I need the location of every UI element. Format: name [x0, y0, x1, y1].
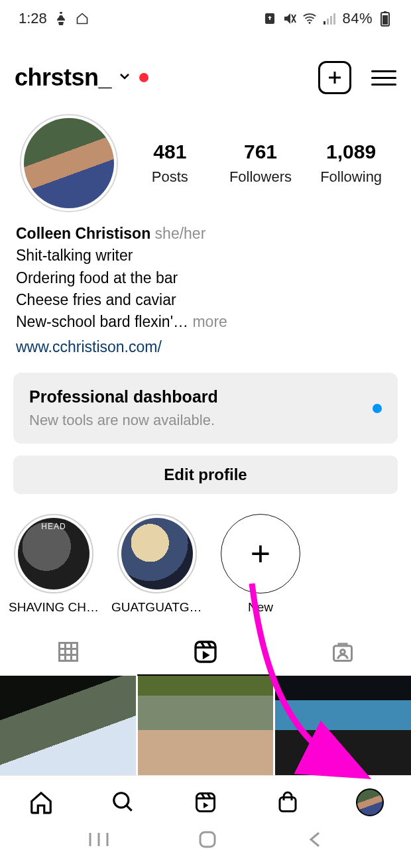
home-alert-icon: [75, 11, 89, 26]
story-highlights: SHAVING CH… GUATGUATGU… + New: [0, 494, 411, 629]
svg-point-1: [309, 22, 311, 24]
nav-reels[interactable]: [191, 788, 220, 817]
plus-icon: [325, 68, 344, 87]
svg-rect-2: [323, 21, 325, 25]
nav-recents[interactable]: [88, 830, 110, 851]
svg-rect-5: [333, 13, 335, 25]
pregnancy-icon: [54, 11, 68, 26]
stat-following-count: 1,089: [315, 141, 388, 163]
profile-tabs: [0, 629, 411, 676]
nav-home[interactable]: [27, 788, 56, 817]
reel-2[interactable]: [138, 676, 274, 775]
android-nav-bar: [0, 814, 411, 868]
svg-rect-8: [382, 15, 388, 25]
stat-posts[interactable]: 481 Posts: [133, 141, 206, 186]
mute-icon: [282, 11, 297, 26]
bio-line-4: New-school bard flexin'… more: [16, 311, 395, 333]
notification-dot: [139, 73, 148, 82]
shop-icon: [276, 790, 300, 814]
highlight-2-image: [121, 518, 193, 589]
bio-line-3: Cheese fries and caviar: [16, 289, 395, 311]
stat-following[interactable]: 1,089 Following: [315, 141, 388, 186]
reel-1[interactable]: [0, 676, 136, 775]
profile-bio: Colleen Christison she/her Shit-talking …: [0, 212, 411, 358]
username-switcher[interactable]: chrstsn_: [15, 64, 111, 92]
grid-icon: [56, 640, 80, 664]
stat-followers-label: Followers: [224, 168, 297, 186]
stat-followers-count: 761: [224, 141, 297, 163]
chevron-down-icon[interactable]: [117, 68, 133, 87]
svg-rect-14: [197, 793, 215, 811]
svg-rect-4: [330, 16, 332, 25]
home-icon: [29, 790, 54, 815]
reels-icon: [192, 639, 219, 665]
profile-summary: 481 Posts 761 Followers 1,089 Following: [0, 101, 411, 212]
stat-posts-label: Posts: [133, 168, 206, 186]
recycle-icon: [263, 11, 277, 26]
profile-header: chrstsn_: [0, 37, 411, 101]
bio-link[interactable]: www.cchristison.com/: [16, 336, 162, 358]
professional-dashboard-card[interactable]: Professional dashboard New tools are now…: [13, 373, 398, 444]
battery-icon: [378, 11, 392, 26]
highlight-1-label: SHAVING CH…: [9, 600, 99, 614]
pronouns-text: she/her: [155, 225, 206, 242]
reels-icon: [194, 790, 217, 814]
display-name: Colleen Christison: [16, 225, 150, 242]
android-status-bar: 1:28 84%: [0, 0, 411, 37]
bio-more-link[interactable]: more: [188, 313, 227, 330]
highlight-2-label: GUATGUATGU…: [111, 600, 203, 614]
dashboard-subtitle: New tools are now available.: [29, 412, 218, 429]
profile-avatar-small: [356, 788, 384, 816]
avatar-image: [24, 118, 114, 208]
content-grid: [0, 676, 411, 775]
svg-rect-7: [384, 11, 386, 13]
wifi-icon: [302, 11, 317, 26]
signal-icon: [322, 11, 337, 26]
nav-home-system[interactable]: [197, 829, 218, 853]
nav-profile[interactable]: [355, 788, 384, 817]
svg-rect-10: [196, 642, 215, 662]
bio-line-2: Ordering food at the bar: [16, 267, 395, 289]
status-time: 1:28: [19, 10, 47, 27]
svg-rect-9: [60, 643, 78, 661]
highlight-new-label: New: [248, 600, 273, 614]
stat-followers[interactable]: 761 Followers: [224, 141, 297, 186]
svg-point-13: [114, 792, 129, 807]
stat-following-label: Following: [315, 168, 388, 186]
bio-line-4-text: New-school bard flexin'…: [16, 313, 188, 330]
tab-grid[interactable]: [0, 629, 137, 676]
highlight-new[interactable]: + New: [215, 514, 306, 615]
reel-3[interactable]: [275, 676, 411, 775]
plus-icon: +: [251, 536, 270, 571]
stat-posts-count: 481: [133, 141, 206, 163]
search-icon: [111, 790, 136, 815]
tab-tagged[interactable]: [274, 629, 411, 676]
tagged-icon: [331, 640, 355, 664]
dashboard-new-indicator: [373, 404, 382, 413]
nav-search[interactable]: [109, 788, 138, 817]
svg-rect-15: [280, 797, 296, 811]
svg-rect-3: [327, 19, 329, 25]
create-button[interactable]: [318, 61, 351, 94]
battery-percent: 84%: [342, 10, 373, 27]
nav-shop[interactable]: [273, 788, 302, 817]
edit-profile-label: Edit profile: [164, 465, 247, 484]
nav-back[interactable]: [306, 830, 324, 851]
highlight-1[interactable]: SHAVING CH…: [8, 514, 99, 615]
bio-line-1: Shit-talking writer: [16, 245, 395, 267]
svg-rect-16: [200, 832, 215, 847]
dashboard-title: Professional dashboard: [29, 387, 218, 406]
svg-point-12: [340, 650, 345, 654]
highlight-2[interactable]: GUATGUATGU…: [111, 514, 203, 615]
menu-button[interactable]: [371, 70, 396, 86]
edit-profile-button[interactable]: Edit profile: [13, 456, 398, 494]
highlight-1-image: [18, 518, 89, 589]
profile-avatar[interactable]: [20, 114, 118, 212]
tab-reels[interactable]: [137, 629, 274, 676]
